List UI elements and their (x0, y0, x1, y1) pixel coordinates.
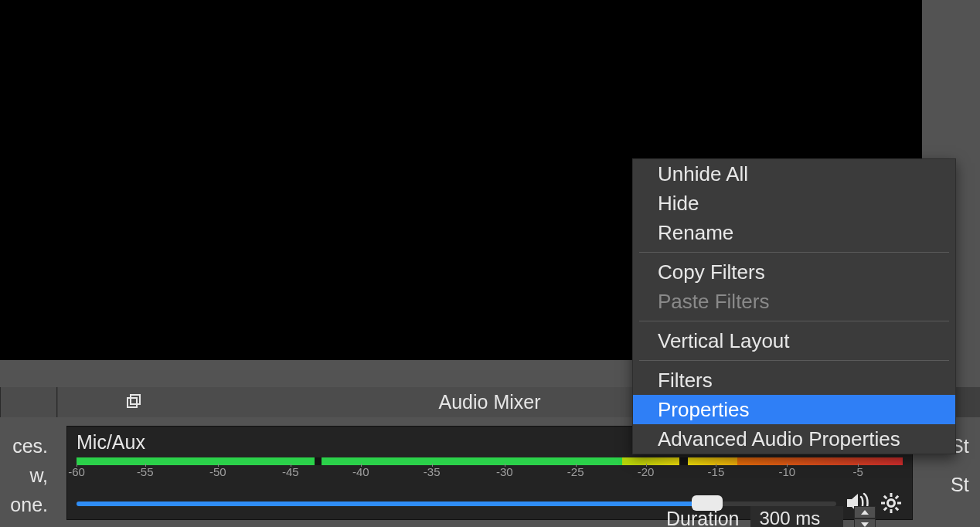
meter-tick: -30 (489, 465, 520, 478)
transition-duration-row: Duration 300 ms (666, 506, 876, 527)
svg-rect-1 (131, 395, 140, 404)
gear-icon[interactable] (880, 491, 903, 515)
undock-icon[interactable] (126, 394, 141, 410)
meter-tick: -20 (631, 465, 662, 478)
duration-stepper[interactable] (854, 506, 876, 527)
menu-item-filters[interactable]: Filters (633, 366, 955, 395)
duration-label: Duration (666, 508, 740, 528)
left-panel-fragment: ces. w, one. (0, 417, 57, 527)
menu-item-properties[interactable]: Properties (633, 395, 955, 424)
meter-gradient (77, 457, 903, 465)
dock-left-stub (0, 387, 57, 417)
meter-tick: -40 (345, 465, 376, 478)
menu-item-copy-filters[interactable]: Copy Filters (633, 257, 955, 287)
menu-item-advanced-audio-properties[interactable]: Advanced Audio Properties (633, 424, 955, 454)
stepper-down-icon[interactable] (854, 518, 876, 527)
mixer-context-menu: Unhide AllHideRenameCopy FiltersPaste Fi… (632, 158, 956, 454)
menu-item-unhide-all[interactable]: Unhide All (633, 159, 955, 189)
menu-separator (639, 321, 949, 321)
meter-tick: -45 (275, 465, 306, 478)
svg-line-8 (896, 508, 899, 511)
meter-tick: -10 (771, 465, 802, 478)
meter-tick: -55 (130, 465, 161, 478)
stepper-up-icon[interactable] (854, 506, 876, 518)
duration-input[interactable]: 300 ms (750, 506, 843, 527)
svg-point-2 (888, 500, 895, 507)
svg-line-9 (896, 496, 899, 499)
menu-item-hide[interactable]: Hide (633, 189, 955, 218)
audio-meter: -60-55-50-45-40-35-30-25-20-15-10-5 (77, 457, 903, 482)
menu-item-vertical-layout[interactable]: Vertical Layout (633, 326, 955, 355)
meter-ticks: -60-55-50-45-40-35-30-25-20-15-10-5 (77, 465, 903, 482)
meter-tick: -5 (842, 465, 873, 478)
menu-item-rename[interactable]: Rename (633, 218, 955, 247)
meter-tick: -35 (417, 465, 447, 478)
slider-fill (77, 502, 707, 506)
svg-line-10 (884, 508, 887, 511)
svg-rect-0 (128, 398, 137, 407)
meter-tick: -50 (202, 465, 233, 478)
meter-tick: -60 (61, 465, 92, 478)
menu-item-paste-filters: Paste Filters (633, 287, 955, 316)
meter-tick: -25 (560, 465, 591, 478)
meter-tick: -15 (700, 465, 731, 478)
panel-title: Audio Mixer (439, 391, 541, 413)
menu-separator (639, 360, 949, 361)
menu-separator (639, 252, 949, 253)
svg-line-7 (884, 496, 887, 499)
